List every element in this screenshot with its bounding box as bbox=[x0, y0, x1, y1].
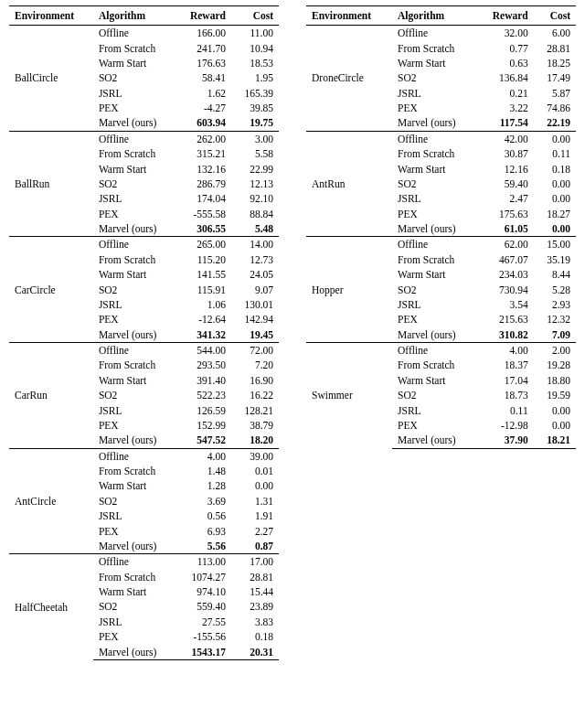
algo-cell: Warm Start bbox=[392, 161, 476, 176]
reward-cell: 58.41 bbox=[176, 70, 231, 85]
cost-cell: 2.93 bbox=[534, 297, 576, 312]
reward-cell: 1.28 bbox=[176, 478, 231, 493]
env-cell: HalfCheetah bbox=[9, 554, 93, 660]
reward-cell: 3.22 bbox=[476, 101, 533, 115]
algo-cell: Offline bbox=[93, 26, 176, 41]
cost-cell: 18.80 bbox=[534, 373, 576, 388]
reward-cell: 293.50 bbox=[176, 358, 231, 372]
cost-cell: 16.90 bbox=[231, 373, 279, 388]
cost-cell: 9.07 bbox=[231, 282, 279, 296]
cost-cell: 18.25 bbox=[534, 56, 576, 70]
reward-cell: 262.00 bbox=[176, 131, 231, 146]
reward-cell: 522.23 bbox=[176, 388, 231, 402]
reward-cell: 117.54 bbox=[476, 115, 533, 131]
algo-cell: From Scratch bbox=[93, 464, 176, 478]
algo-cell: SO2 bbox=[93, 388, 176, 402]
reward-cell: 18.73 bbox=[476, 388, 533, 402]
algo-cell: JSRL bbox=[93, 297, 176, 312]
cost-cell: 3.83 bbox=[231, 615, 279, 629]
algo-cell: Marvel (ours) bbox=[93, 644, 176, 659]
reward-cell: 730.94 bbox=[476, 282, 533, 296]
reward-cell: 4.00 bbox=[476, 342, 533, 358]
env-cell: BallCircle bbox=[9, 26, 93, 132]
cost-cell: 0.00 bbox=[534, 418, 576, 433]
algo-cell: From Scratch bbox=[93, 570, 176, 584]
cost-cell: 92.10 bbox=[231, 191, 279, 206]
algo-cell: Offline bbox=[392, 131, 476, 146]
reward-cell: 42.00 bbox=[476, 131, 533, 146]
reward-cell: 115.91 bbox=[176, 282, 231, 296]
reward-cell: 126.59 bbox=[176, 402, 231, 417]
cost-cell: 0.18 bbox=[231, 629, 279, 644]
algo-cell: Marvel (ours) bbox=[93, 327, 176, 343]
reward-cell: 544.00 bbox=[176, 342, 231, 358]
reward-cell: 0.11 bbox=[476, 402, 533, 417]
reward-cell: 3.69 bbox=[176, 494, 231, 509]
col-cost: Cost bbox=[231, 6, 279, 26]
cost-cell: 17.49 bbox=[534, 70, 576, 85]
reward-cell: 2.47 bbox=[476, 191, 533, 206]
env-cell: AntRun bbox=[306, 131, 392, 237]
cost-cell: 19.45 bbox=[231, 327, 279, 343]
cost-cell: 19.75 bbox=[231, 115, 279, 131]
algo-cell: Warm Start bbox=[392, 267, 476, 282]
col-algo: Algorithm bbox=[392, 6, 476, 26]
cost-cell: 0.01 bbox=[231, 464, 279, 478]
cost-cell: 38.79 bbox=[231, 418, 279, 433]
table-row: HopperOffline62.0015.00 bbox=[306, 237, 576, 252]
cost-cell: 14.00 bbox=[231, 237, 279, 252]
algo-cell: Warm Start bbox=[93, 478, 176, 493]
cost-cell: 10.94 bbox=[231, 40, 279, 55]
cost-cell: 6.00 bbox=[534, 26, 576, 41]
cost-cell: 19.59 bbox=[534, 388, 576, 402]
reward-cell: 603.94 bbox=[176, 115, 231, 131]
reward-cell: 310.82 bbox=[476, 327, 533, 343]
cost-cell: 0.18 bbox=[534, 161, 576, 176]
algo-cell: Marvel (ours) bbox=[392, 433, 476, 448]
cost-cell: 11.00 bbox=[231, 26, 279, 41]
algo-cell: SO2 bbox=[392, 70, 476, 85]
reward-cell: 141.55 bbox=[176, 267, 231, 282]
algo-cell: Offline bbox=[392, 237, 476, 252]
reward-cell: -155.56 bbox=[176, 629, 231, 644]
reward-cell: 12.16 bbox=[476, 161, 533, 176]
algo-cell: Marvel (ours) bbox=[392, 221, 476, 237]
cost-cell: 39.85 bbox=[231, 101, 279, 115]
algo-cell: From Scratch bbox=[392, 252, 476, 267]
reward-cell: 5.56 bbox=[176, 539, 231, 554]
cost-cell: 18.53 bbox=[231, 56, 279, 70]
reward-cell: 559.40 bbox=[176, 599, 231, 614]
env-cell: Swimmer bbox=[306, 342, 392, 448]
algo-cell: JSRL bbox=[392, 402, 476, 417]
env-cell: Hopper bbox=[306, 237, 392, 343]
env-cell: BallRun bbox=[9, 131, 93, 237]
reward-cell: 27.55 bbox=[176, 615, 231, 629]
algo-cell: PEX bbox=[392, 101, 476, 115]
reward-cell: 1.06 bbox=[176, 297, 231, 312]
reward-cell: 136.84 bbox=[476, 70, 533, 85]
algo-cell: Offline bbox=[93, 131, 176, 146]
algo-cell: Offline bbox=[93, 554, 176, 570]
algo-cell: PEX bbox=[93, 207, 176, 221]
reward-cell: 59.40 bbox=[476, 177, 533, 191]
reward-cell: 18.37 bbox=[476, 358, 533, 372]
cost-cell: 18.27 bbox=[534, 207, 576, 221]
table-row: CarRunOffline544.0072.00 bbox=[9, 342, 279, 358]
cost-cell: 8.44 bbox=[534, 267, 576, 282]
algo-cell: Offline bbox=[93, 342, 176, 358]
reward-cell: 174.04 bbox=[176, 191, 231, 206]
reward-cell: 0.63 bbox=[476, 56, 533, 70]
algo-cell: Offline bbox=[392, 26, 476, 41]
algo-cell: Marvel (ours) bbox=[392, 115, 476, 131]
algo-cell: SO2 bbox=[93, 494, 176, 509]
table-row: AntRunOffline42.000.00 bbox=[306, 131, 576, 146]
reward-cell: 391.40 bbox=[176, 373, 231, 388]
cost-cell: 0.87 bbox=[231, 539, 279, 554]
algo-cell: Offline bbox=[93, 237, 176, 252]
reward-cell: 241.70 bbox=[176, 40, 231, 55]
cost-cell: 28.81 bbox=[534, 40, 576, 55]
algo-cell: From Scratch bbox=[93, 358, 176, 372]
reward-cell: 176.63 bbox=[176, 56, 231, 70]
cost-cell: 7.20 bbox=[231, 358, 279, 372]
algo-cell: Warm Start bbox=[93, 267, 176, 282]
